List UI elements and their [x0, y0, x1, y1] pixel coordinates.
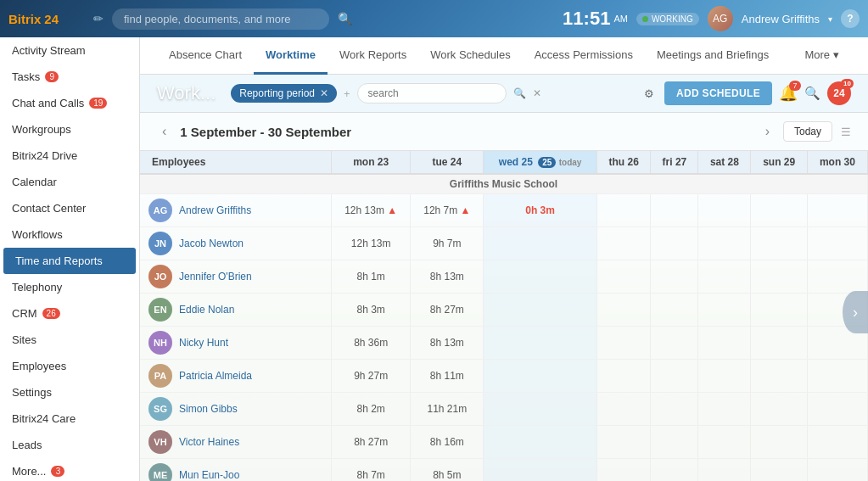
sidebar-item-leads[interactable]: Leads	[0, 432, 139, 458]
cell-tue24: 8h 16m	[411, 426, 484, 459]
working-dot	[642, 16, 648, 22]
edit-icon[interactable]: ✏	[93, 12, 104, 25]
filter-remove-icon[interactable]: ✕	[320, 87, 328, 99]
global-search-icon[interactable]: 🔍	[804, 86, 820, 101]
time-value: 8h 7m	[356, 469, 384, 481]
notification-bell[interactable]: 🔔 7	[779, 84, 798, 103]
employee-name[interactable]: Patricia Almeida	[179, 370, 252, 382]
sidebar-item-bitrix24-drive[interactable]: Bitrix24 Drive	[0, 143, 139, 169]
sidebar-item-calendar[interactable]: Calendar	[0, 169, 139, 195]
sidebar-badge: 26	[42, 308, 60, 319]
cell-tue24: 11h 21m	[411, 393, 484, 426]
add-schedule-button[interactable]: ADD SCHEDULE	[664, 81, 772, 105]
sidebar-badge: 19	[89, 98, 107, 109]
sidebar: Activity StreamTasks9Chat and Calls19Wor…	[0, 37, 140, 481]
cell-emp: JNJacob Newton	[140, 227, 331, 260]
employee-name[interactable]: Mun Eun-Joo	[179, 469, 239, 481]
employee-name[interactable]: Jacob Newton	[179, 238, 244, 249]
working-status[interactable]: WORKING	[636, 13, 699, 25]
tab-more[interactable]: More ▾	[792, 37, 851, 75]
chevron-down-icon: ▾	[833, 48, 839, 61]
tab-work-reports[interactable]: Work Reports	[328, 37, 418, 75]
next-period-button[interactable]: ›	[760, 122, 775, 141]
time-value: 0h 3m	[525, 204, 555, 216]
cell-sat28	[698, 227, 751, 260]
sidebar-item-settings[interactable]: Settings	[0, 379, 139, 405]
col-header-wed25: wed 25 25 today	[484, 151, 597, 174]
cell-mon23: 12h 13m ▲	[331, 194, 410, 227]
cell-sun29	[751, 294, 808, 327]
sidebar-item-activity-stream[interactable]: Activity Stream	[0, 37, 139, 64]
search-icon[interactable]: 🔍	[338, 12, 352, 25]
time-value: 8h 1m	[356, 271, 384, 282]
sidebar-item-label: Chat and Calls	[12, 97, 84, 109]
search-clear-icon[interactable]: 🔍	[513, 87, 526, 99]
employee-name[interactable]: Andrew Griffiths	[179, 204, 251, 216]
settings-icon[interactable]: ⚙	[641, 84, 658, 103]
sidebar-item-workgroups[interactable]: Workgroups	[0, 116, 139, 143]
time-value: 8h 27m	[430, 304, 464, 316]
employee-name[interactable]: Jennifer O'Brien	[179, 271, 252, 282]
username-label[interactable]: Andrew Griffiths	[742, 13, 820, 25]
sidebar-item-contact-center[interactable]: Contact Center	[0, 195, 139, 221]
sidebar-item-label: Bitrix24 Drive	[12, 149, 77, 162]
chevron-down-icon[interactable]: ▾	[828, 14, 832, 24]
tab-absence-chart[interactable]: Absence Chart	[157, 37, 254, 75]
cell-thu26	[596, 459, 651, 482]
employee-name[interactable]: Nicky Hunt	[179, 337, 228, 349]
employee-name[interactable]: Simon Gibbs	[179, 403, 238, 415]
cell-emp: MEMun Eun-Joo	[140, 459, 331, 482]
avatar[interactable]: AG	[708, 6, 733, 31]
search-input[interactable]	[357, 83, 507, 103]
sidebar-item-telephony[interactable]: Telephony	[0, 274, 139, 300]
sidebar-item-label: CRM	[12, 307, 37, 320]
time-value: 9h 7m	[433, 238, 461, 249]
cell-wed25	[484, 260, 597, 294]
search-input[interactable]	[112, 8, 329, 30]
table-row: NHNicky Hunt8h 36m8h 13m	[140, 327, 868, 360]
calendar-badge[interactable]: 24 10	[827, 81, 851, 105]
sidebar-badge: 3	[51, 466, 64, 477]
prev-period-button[interactable]: ‹	[157, 122, 171, 141]
list-view-icon[interactable]: ☰	[841, 126, 851, 138]
time-value: 12h 7m	[423, 204, 457, 216]
today-button[interactable]: Today	[783, 121, 832, 142]
calendar-table: Employeesmon 23tue 24wed 25 25 todaythu …	[140, 151, 868, 481]
sidebar-item-workflows[interactable]: Workflows	[0, 221, 139, 248]
calendar-section: ‹ 1 September - 30 September › Today ☰ E…	[140, 113, 868, 481]
logo-accent: 24	[44, 12, 59, 26]
sidebar-item-sites[interactable]: Sites	[0, 327, 139, 353]
time-value: 12h 13m	[351, 238, 391, 249]
cell-wed25	[484, 426, 597, 459]
cell-thu26	[596, 227, 651, 260]
tab-work-schedules[interactable]: Work Schedules	[418, 37, 522, 75]
employee-name[interactable]: Victor Haines	[179, 436, 239, 448]
cell-thu26	[596, 327, 651, 360]
calendar-table-container: Employeesmon 23tue 24wed 25 25 todaythu …	[140, 151, 868, 481]
cal-number: 24	[833, 87, 844, 99]
time-value: 9h 27m	[354, 370, 388, 382]
time-value: 8h 16m	[430, 436, 464, 448]
sidebar-item-bitrix24-care[interactable]: Bitrix24 Care	[0, 405, 139, 432]
sidebar-item-tasks[interactable]: Tasks9	[0, 64, 139, 90]
tab-worktime[interactable]: Worktime	[254, 37, 328, 75]
sidebar-item-more...[interactable]: More...3	[0, 458, 139, 481]
cell-thu26	[596, 360, 651, 393]
cell-fri27	[651, 426, 698, 459]
sidebar-item-chat-and-calls[interactable]: Chat and Calls19	[0, 90, 139, 116]
search-x-icon[interactable]: ✕	[533, 87, 541, 99]
filter-tag[interactable]: Reporting period ✕	[231, 84, 337, 103]
sidebar-item-time-and-reports[interactable]: Time and Reports	[3, 248, 136, 274]
next-week-button[interactable]: ›	[843, 291, 868, 333]
employee-name[interactable]: Eddie Nolan	[179, 304, 234, 316]
employee-cell: AGAndrew Griffiths	[148, 199, 322, 222]
cell-emp: ENEddie Nolan	[140, 294, 331, 327]
employee-avatar: ME	[148, 463, 172, 481]
sidebar-item-crm[interactable]: CRM26	[0, 300, 139, 327]
sidebar-item-employees[interactable]: Employees	[0, 353, 139, 379]
sidebar-item-label: Settings	[12, 386, 52, 399]
tab-access-permissions[interactable]: Access Permissions	[523, 37, 645, 75]
help-button[interactable]: ?	[841, 9, 860, 28]
tab-meetings-and-briefings[interactable]: Meetings and Briefings	[645, 37, 781, 75]
time-value: 8h 11m	[430, 370, 464, 382]
